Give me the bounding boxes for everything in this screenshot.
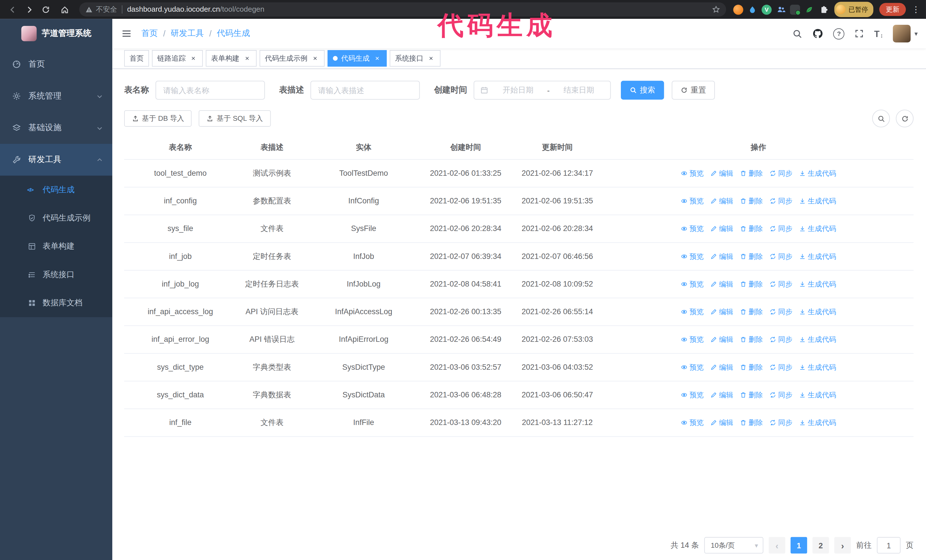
sync-link[interactable]: 同步 bbox=[769, 195, 792, 207]
close-icon[interactable]: × bbox=[243, 54, 251, 62]
extension-orange-icon[interactable] bbox=[733, 5, 743, 15]
sync-link[interactable]: 同步 bbox=[769, 417, 792, 429]
breadcrumb-home[interactable]: 首页 bbox=[141, 28, 158, 39]
goto-page-input[interactable] bbox=[877, 537, 901, 554]
generate-code-link[interactable]: 生成代码 bbox=[799, 389, 836, 401]
preview-link[interactable]: 预览 bbox=[681, 223, 704, 234]
extension-leaf-icon[interactable] bbox=[804, 5, 814, 15]
preview-link[interactable]: 预览 bbox=[681, 168, 704, 179]
preview-link[interactable]: 预览 bbox=[681, 417, 704, 429]
next-page-button[interactable]: › bbox=[834, 537, 851, 554]
font-size-icon[interactable]: T↕ bbox=[874, 29, 883, 38]
sync-link[interactable]: 同步 bbox=[769, 389, 792, 401]
preview-link[interactable]: 预览 bbox=[681, 195, 704, 207]
delete-link[interactable]: 删除 bbox=[740, 306, 763, 318]
sidebar-item-infra[interactable]: 基础设施 bbox=[0, 112, 112, 144]
sync-link[interactable]: 同步 bbox=[769, 168, 792, 179]
tab-system-api[interactable]: 系统接口× bbox=[390, 50, 440, 66]
chrome-update-button[interactable]: 更新 bbox=[879, 3, 906, 16]
preview-link[interactable]: 预览 bbox=[681, 334, 704, 345]
generate-code-link[interactable]: 生成代码 bbox=[799, 223, 836, 234]
table-desc-input[interactable] bbox=[310, 81, 420, 100]
delete-link[interactable]: 删除 bbox=[740, 195, 763, 207]
edit-link[interactable]: 编辑 bbox=[710, 168, 733, 179]
tab-codegen-example[interactable]: 代码生成示例× bbox=[260, 50, 325, 66]
generate-code-link[interactable]: 生成代码 bbox=[799, 278, 836, 290]
delete-link[interactable]: 删除 bbox=[740, 334, 763, 345]
tab-form-builder[interactable]: 表单构建× bbox=[206, 50, 256, 66]
vue-devtools-icon[interactable]: V bbox=[762, 5, 772, 15]
refresh-table-button[interactable] bbox=[896, 110, 914, 127]
search-button[interactable]: 搜索 bbox=[621, 81, 664, 100]
sync-link[interactable]: 同步 bbox=[769, 306, 792, 318]
sync-link[interactable]: 同步 bbox=[769, 223, 792, 234]
edit-link[interactable]: 编辑 bbox=[710, 389, 733, 401]
user-menu[interactable]: ▾ bbox=[893, 25, 918, 42]
preview-link[interactable]: 预览 bbox=[681, 251, 704, 262]
extension-proxy-icon[interactable] bbox=[790, 5, 800, 15]
browser-menu-icon[interactable]: ⋮ bbox=[911, 5, 921, 14]
preview-link[interactable]: 预览 bbox=[681, 278, 704, 290]
close-icon[interactable]: × bbox=[189, 54, 197, 62]
sync-link[interactable]: 同步 bbox=[769, 251, 792, 262]
extensions-puzzle-icon[interactable] bbox=[818, 5, 828, 15]
edit-link[interactable]: 编辑 bbox=[710, 195, 733, 207]
edit-link[interactable]: 编辑 bbox=[710, 251, 733, 262]
breadcrumb-devtools[interactable]: 研发工具 bbox=[171, 28, 204, 39]
import-sql-button[interactable]: 基于 SQL 导入 bbox=[199, 110, 271, 127]
page-1-button[interactable]: 1 bbox=[791, 537, 807, 554]
sync-link[interactable]: 同步 bbox=[769, 361, 792, 373]
app-logo[interactable]: 芋道管理系统 bbox=[0, 19, 112, 48]
generate-code-link[interactable]: 生成代码 bbox=[799, 306, 836, 318]
sidebar-item-system[interactable]: 系统管理 bbox=[0, 80, 112, 112]
generate-code-link[interactable]: 生成代码 bbox=[799, 334, 836, 345]
close-icon[interactable]: × bbox=[427, 54, 435, 62]
sync-link[interactable]: 同步 bbox=[769, 278, 792, 290]
sidebar-subitem-codegen[interactable]: </> 代码生成 bbox=[0, 176, 112, 204]
help-icon[interactable]: ? bbox=[834, 28, 844, 39]
sidebar-item-devtools[interactable]: 研发工具 bbox=[0, 144, 112, 176]
github-icon[interactable] bbox=[813, 28, 823, 39]
page-2-button[interactable]: 2 bbox=[812, 537, 829, 554]
preview-link[interactable]: 预览 bbox=[681, 389, 704, 401]
prev-page-button[interactable]: ‹ bbox=[769, 537, 785, 554]
sidebar-subitem-system-api[interactable]: 系统接口 bbox=[0, 261, 112, 289]
date-range-picker[interactable]: 开始日期 - 结束日期 bbox=[474, 81, 611, 100]
reload-icon[interactable] bbox=[38, 2, 53, 17]
reset-button[interactable]: 重置 bbox=[672, 81, 715, 100]
generate-code-link[interactable]: 生成代码 bbox=[799, 251, 836, 262]
back-icon[interactable] bbox=[5, 2, 20, 17]
delete-link[interactable]: 删除 bbox=[740, 278, 763, 290]
sidebar-subitem-codegen-example[interactable]: 代码生成示例 bbox=[0, 204, 112, 232]
delete-link[interactable]: 删除 bbox=[740, 417, 763, 429]
close-icon[interactable]: × bbox=[373, 54, 381, 62]
edit-link[interactable]: 编辑 bbox=[710, 278, 733, 290]
bookmark-star-icon[interactable] bbox=[712, 5, 720, 14]
table-name-input[interactable] bbox=[156, 81, 265, 100]
generate-code-link[interactable]: 生成代码 bbox=[799, 361, 836, 373]
edit-link[interactable]: 编辑 bbox=[710, 334, 733, 345]
generate-code-link[interactable]: 生成代码 bbox=[799, 195, 836, 207]
forward-icon[interactable] bbox=[21, 2, 37, 17]
preview-link[interactable]: 预览 bbox=[681, 361, 704, 373]
fullscreen-icon[interactable] bbox=[855, 29, 864, 38]
sync-link[interactable]: 同步 bbox=[769, 334, 792, 345]
home-icon[interactable] bbox=[57, 2, 72, 17]
delete-link[interactable]: 删除 bbox=[740, 223, 763, 234]
generate-code-link[interactable]: 生成代码 bbox=[799, 168, 836, 179]
address-bar[interactable]: 不安全 dashboard.yudao.iocoder.cn /tool/cod… bbox=[79, 2, 726, 17]
delete-link[interactable]: 删除 bbox=[740, 361, 763, 373]
hamburger-icon[interactable] bbox=[121, 28, 132, 39]
delete-link[interactable]: 删除 bbox=[740, 389, 763, 401]
page-size-select[interactable]: 10条/页 ▾ bbox=[704, 537, 764, 554]
delete-link[interactable]: 删除 bbox=[740, 251, 763, 262]
sidebar-subitem-db-doc[interactable]: 数据库文档 bbox=[0, 289, 112, 317]
sidebar-subitem-form-builder[interactable]: 表单构建 bbox=[0, 232, 112, 260]
tab-codegen[interactable]: 代码生成× bbox=[328, 50, 387, 66]
preview-link[interactable]: 预览 bbox=[681, 306, 704, 318]
profile-paused-chip[interactable]: 已暂停 bbox=[834, 2, 873, 17]
search-icon[interactable] bbox=[793, 29, 803, 38]
extension-drop-icon[interactable] bbox=[747, 5, 757, 15]
extension-people-icon[interactable] bbox=[776, 5, 786, 15]
sidebar-item-home[interactable]: 首页 bbox=[0, 48, 112, 80]
